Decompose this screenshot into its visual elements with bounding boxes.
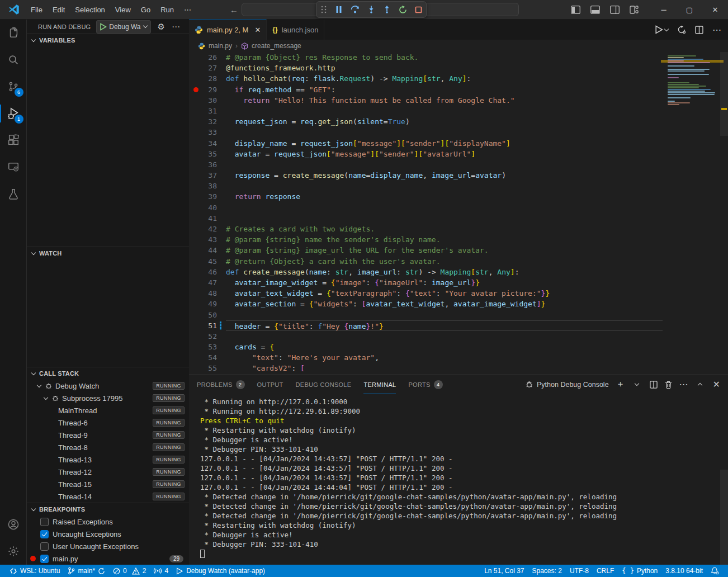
code-line-31[interactable]: 31 (189, 106, 728, 116)
breakpoint-checkbox[interactable] (40, 555, 49, 563)
run-and-debug-icon[interactable]: 1 (0, 100, 27, 127)
tab-main-py[interactable]: main.py 2, M ✕ (189, 20, 267, 40)
editor-scrollbar[interactable] (720, 52, 728, 374)
step-over-button[interactable] (351, 6, 360, 13)
code-line-39[interactable]: 39 return response (189, 191, 728, 202)
code-line-52[interactable]: 52 (189, 331, 728, 342)
menu-go[interactable]: Go (136, 3, 155, 16)
remote-explorer-icon[interactable] (0, 154, 27, 181)
breakpoint-row[interactable]: main.py29 (27, 552, 189, 565)
call-stack-row[interactable]: Thread-14RUNNING (27, 490, 189, 503)
split-editor-icon[interactable] (695, 26, 703, 34)
call-stack-row[interactable]: Debug WatchRUNNING (27, 380, 189, 392)
toggle-panel-icon[interactable] (590, 6, 600, 14)
panel-tab-terminal[interactable]: TERMINAL (363, 375, 396, 394)
terminal-dropdown-chevron-icon[interactable] (634, 381, 639, 385)
indentation-status[interactable]: Spaces: 2 (528, 565, 566, 577)
nav-back-button[interactable]: ← (230, 5, 238, 15)
code-editor[interactable]: 26# @param {Object} res Response to send… (189, 52, 728, 374)
code-line-55[interactable]: 55 "cardsV2": [ (189, 363, 728, 373)
terminal-scrollbar[interactable] (720, 470, 728, 565)
code-line-42[interactable]: 42# Creates a card with two widgets. (189, 224, 728, 234)
code-line-53[interactable]: 53 cards = { (189, 342, 728, 352)
maximize-button[interactable]: ▢ (677, 0, 702, 20)
account-icon[interactable] (0, 511, 27, 538)
extensions-icon[interactable] (0, 127, 27, 154)
breadcrumb-symbol[interactable]: create_message (252, 42, 301, 50)
stop-button[interactable] (415, 6, 422, 13)
minimap[interactable] (664, 52, 720, 374)
notifications-bell-icon[interactable] (707, 565, 722, 577)
panel-tab-problems[interactable]: PROBLEMS2 (197, 375, 245, 394)
restart-button[interactable] (399, 6, 407, 14)
run-python-file-button[interactable] (655, 26, 668, 34)
call-stack-section-header[interactable]: CALL STACK (27, 367, 189, 380)
kill-terminal-trash-icon[interactable] (665, 381, 672, 389)
variables-section-header[interactable]: VARIABLES (27, 34, 189, 46)
source-control-icon[interactable]: 6 (0, 73, 27, 100)
code-line-48[interactable]: 48 avatar_text_widget = {"textParagraph"… (189, 288, 728, 299)
call-stack-row[interactable]: Thread-9RUNNING (27, 429, 189, 441)
code-line-26[interactable]: 26# @param {Object} res Response to send… (189, 52, 728, 63)
call-stack-row[interactable]: Thread-8RUNNING (27, 441, 189, 453)
panel-more-actions-icon[interactable]: ⋯ (679, 379, 688, 390)
breakpoint-checkbox[interactable] (40, 542, 49, 551)
breakpoint-checkbox[interactable] (40, 530, 49, 538)
problems-status[interactable]: 0 2 (109, 565, 150, 577)
step-into-button[interactable] (367, 6, 375, 13)
settings-gear-icon[interactable] (0, 538, 27, 565)
code-line-46[interactable]: 46def create_message(name: str, image_ur… (189, 267, 728, 277)
terminal-output[interactable]: * Running on http://127.0.0.1:9000 * Run… (189, 397, 720, 564)
panel-tab-debug-console[interactable]: DEBUG CONSOLE (296, 375, 352, 394)
menu-edit[interactable]: Edit (48, 3, 70, 16)
code-line-50[interactable]: 50 (189, 310, 728, 320)
testing-icon[interactable] (0, 181, 27, 207)
breakpoint-row[interactable]: Uncaught Exceptions (27, 528, 189, 540)
terminal-profile[interactable]: Python Debug Console (525, 380, 609, 389)
code-line-30[interactable]: 30 return "Hello! This function must be … (189, 95, 728, 106)
code-line-29[interactable]: 29 if req.method == "GET": (189, 84, 728, 95)
code-line-54[interactable]: 54 "text": "Here's your avatar", (189, 352, 728, 363)
toggle-secondary-sidebar-icon[interactable] (610, 6, 620, 14)
code-line-38[interactable]: 38 (189, 181, 728, 191)
call-stack-row[interactable]: MainThreadRUNNING (27, 404, 189, 417)
code-line-27[interactable]: 27@functions_framework.http (189, 63, 728, 73)
breakpoint-checkbox[interactable] (40, 518, 49, 526)
tab-launch-json[interactable]: {} launch.json (267, 20, 324, 40)
code-line-33[interactable]: 33 (189, 127, 728, 138)
pause-button[interactable] (335, 6, 343, 13)
split-terminal-icon[interactable] (650, 381, 658, 389)
code-line-37[interactable]: 37 response = create_message(name=displa… (189, 170, 728, 181)
step-out-button[interactable] (383, 6, 391, 13)
toggle-sidebar-icon[interactable] (571, 6, 580, 14)
close-window-button[interactable]: ✕ (702, 0, 728, 20)
breakpoint-glyph-icon[interactable] (193, 87, 198, 92)
explorer-icon[interactable] (0, 20, 27, 46)
code-line-28[interactable]: 28def hello_chat(req: flask.Request) -> … (189, 73, 728, 84)
code-line-51[interactable]: 51 header = {"title": f"Hey {name}!"} (189, 320, 728, 331)
breakpoint-row[interactable]: User Uncaught Exceptions (27, 540, 189, 552)
code-line-43[interactable]: 43# @param {string} name the sender's di… (189, 234, 728, 245)
editor-more-actions-icon[interactable]: ⋯ (712, 25, 721, 35)
new-terminal-icon[interactable]: ＋ (616, 379, 625, 390)
git-branch-status[interactable]: main* (64, 565, 109, 577)
close-panel-icon[interactable]: ✕ (713, 379, 720, 390)
code-line-47[interactable]: 47 avatar_image_widget = {"image": {"ima… (189, 277, 728, 288)
menu-run[interactable]: Run (155, 3, 179, 16)
code-line-45[interactable]: 45# @return {Object} a card with the use… (189, 256, 728, 267)
chevron-down-icon[interactable] (44, 395, 48, 400)
call-stack-row[interactable]: Subprocess 17995RUNNING (27, 392, 189, 404)
menu-selection[interactable]: Selection (70, 3, 110, 16)
breakpoint-row[interactable]: Raised Exceptions (27, 515, 189, 528)
call-stack-row[interactable]: Thread-6RUNNING (27, 417, 189, 429)
menu-[interactable]: ⋯ (179, 3, 196, 16)
customize-layout-icon[interactable] (630, 6, 639, 14)
language-mode-status[interactable]: { } Python (618, 565, 661, 577)
watch-section-header[interactable]: WATCH (27, 247, 189, 259)
maximize-panel-icon[interactable] (697, 382, 702, 387)
search-icon[interactable] (0, 46, 27, 73)
call-stack-row[interactable]: Thread-13RUNNING (27, 453, 189, 466)
code-line-40[interactable]: 40 (189, 202, 728, 213)
code-line-41[interactable]: 41 (189, 213, 728, 224)
debug-settings-gear-icon[interactable]: ⚙ (158, 22, 165, 32)
